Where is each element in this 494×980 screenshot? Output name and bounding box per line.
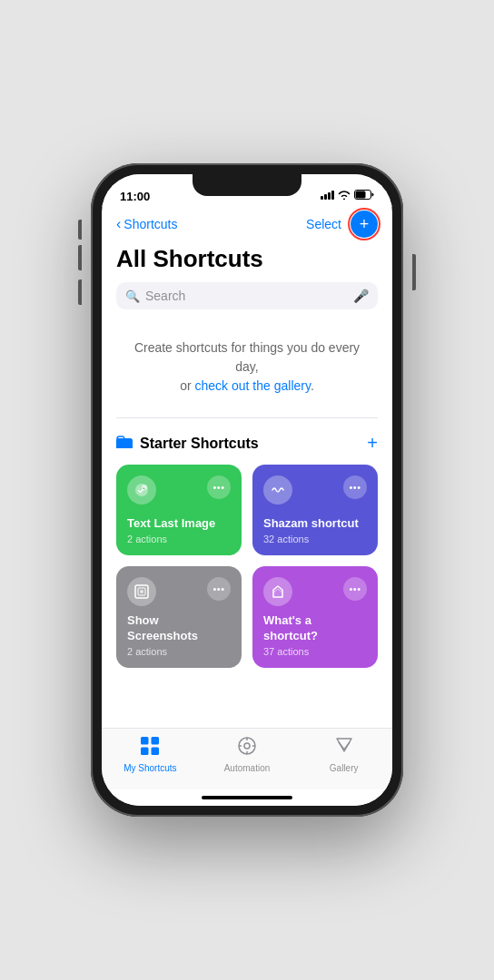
status-icons bbox=[321, 187, 374, 203]
signal-icon bbox=[321, 191, 334, 200]
shortcuts-grid: + ••• Text Last Image 2 actions bbox=[102, 465, 392, 686]
card-icon-whats-shortcut bbox=[263, 577, 292, 606]
tab-bar: My Shortcuts Automation bbox=[102, 728, 392, 789]
card-top: + ••• bbox=[127, 475, 231, 505]
card-top: ••• bbox=[263, 475, 367, 505]
status-time: 11:00 bbox=[120, 190, 150, 203]
card-bottom: Show Screenshots 2 actions bbox=[127, 613, 231, 657]
card-title-whats-shortcut: What's a shortcut? bbox=[263, 613, 367, 644]
tab-label-gallery: Gallery bbox=[330, 763, 359, 773]
select-button[interactable]: Select bbox=[306, 217, 341, 231]
shortcut-card-whats-shortcut[interactable]: ••• What's a shortcut? 37 actions bbox=[252, 566, 378, 668]
nav-actions: Select + bbox=[306, 211, 378, 238]
power-button bbox=[412, 254, 416, 290]
back-button[interactable]: ‹ Shortcuts bbox=[116, 217, 177, 232]
card-top: ••• bbox=[127, 577, 231, 606]
tab-my-shortcuts[interactable]: My Shortcuts bbox=[102, 736, 199, 773]
phone-screen: 11:00 bbox=[102, 174, 392, 806]
content-area: ‹ Shortcuts Select + All Shortcuts 🔍 Sea… bbox=[102, 207, 392, 728]
phone-frame: 11:00 bbox=[91, 163, 403, 817]
notch bbox=[193, 174, 301, 196]
section-divider bbox=[116, 417, 378, 418]
svg-point-15 bbox=[244, 743, 250, 749]
empty-state: Create shortcuts for things you do every… bbox=[102, 324, 392, 417]
tab-icon-gallery bbox=[334, 736, 354, 760]
card-title-shazam: Shazam shortcut bbox=[263, 516, 367, 532]
search-input[interactable]: Search bbox=[145, 289, 348, 303]
card-icon-screenshots bbox=[127, 577, 156, 606]
card-bottom: Shazam shortcut 32 actions bbox=[263, 516, 367, 544]
tab-gallery[interactable]: Gallery bbox=[295, 736, 392, 773]
empty-state-link-prefix: or bbox=[180, 378, 194, 393]
tab-icon-my-shortcuts bbox=[140, 736, 160, 760]
card-title-screenshots: Show Screenshots bbox=[127, 613, 231, 644]
card-subtitle-text-last-image: 2 actions bbox=[127, 534, 231, 544]
card-title-text-last-image: Text Last Image bbox=[127, 516, 231, 532]
svg-rect-12 bbox=[141, 748, 149, 756]
search-icon: 🔍 bbox=[125, 289, 140, 303]
folder-icon bbox=[116, 436, 133, 452]
shortcut-card-screenshots[interactable]: ••• Show Screenshots 2 actions bbox=[116, 566, 242, 668]
starter-section-title: Starter Shortcuts bbox=[140, 436, 259, 452]
home-bar bbox=[202, 796, 292, 799]
silent-switch bbox=[78, 220, 82, 240]
gallery-link[interactable]: check out the gallery bbox=[195, 378, 311, 393]
card-more-screenshots[interactable]: ••• bbox=[207, 577, 231, 601]
svg-rect-10 bbox=[141, 737, 149, 745]
tab-icon-automation bbox=[237, 736, 257, 760]
page-title: All Shortcuts bbox=[102, 245, 392, 282]
empty-state-link-suffix: . bbox=[311, 378, 314, 393]
wifi-icon bbox=[338, 187, 351, 203]
svg-rect-3 bbox=[116, 438, 124, 442]
shortcut-card-text-last-image[interactable]: + ••• Text Last Image 2 actions bbox=[116, 465, 242, 555]
add-shortcut-button[interactable]: + bbox=[351, 211, 378, 238]
card-more-text-last-image[interactable]: ••• bbox=[207, 475, 231, 499]
search-bar[interactable]: 🔍 Search 🎤 bbox=[116, 282, 378, 309]
tab-label-my-shortcuts: My Shortcuts bbox=[124, 763, 176, 773]
card-subtitle-whats-shortcut: 37 actions bbox=[263, 646, 367, 657]
empty-state-text: Create shortcuts for things you do every… bbox=[134, 340, 360, 374]
card-icon-text-last-image: + bbox=[127, 475, 156, 505]
starter-add-button[interactable]: + bbox=[367, 433, 378, 454]
tab-label-automation: Automation bbox=[224, 763, 271, 773]
tab-automation[interactable]: Automation bbox=[199, 736, 296, 773]
svg-rect-1 bbox=[356, 191, 366, 199]
svg-text:+: + bbox=[143, 486, 145, 490]
card-subtitle-screenshots: 2 actions bbox=[127, 646, 231, 657]
shortcut-card-shazam[interactable]: ••• Shazam shortcut 32 actions bbox=[252, 465, 378, 555]
card-more-shazam[interactable]: ••• bbox=[343, 475, 367, 499]
back-label: Shortcuts bbox=[124, 217, 177, 231]
starter-section-header: Starter Shortcuts + bbox=[102, 433, 392, 465]
microphone-icon: 🎤 bbox=[353, 289, 369, 303]
card-top: ••• bbox=[263, 577, 367, 606]
card-subtitle-shazam: 32 actions bbox=[263, 534, 367, 544]
card-more-whats-shortcut[interactable]: ••• bbox=[343, 577, 367, 601]
volume-up-button bbox=[78, 245, 82, 270]
card-icon-shazam bbox=[263, 475, 292, 505]
svg-rect-11 bbox=[152, 737, 160, 745]
svg-rect-13 bbox=[152, 748, 160, 756]
add-icon: + bbox=[360, 216, 370, 232]
back-chevron-icon: ‹ bbox=[116, 216, 121, 232]
svg-point-9 bbox=[140, 590, 143, 593]
battery-icon bbox=[354, 187, 374, 203]
card-bottom: Text Last Image 2 actions bbox=[127, 516, 231, 544]
nav-header: ‹ Shortcuts Select + bbox=[102, 207, 392, 245]
volume-down-button bbox=[78, 279, 82, 305]
section-title-wrap: Starter Shortcuts bbox=[116, 436, 259, 452]
card-bottom: What's a shortcut? 37 actions bbox=[263, 613, 367, 657]
home-indicator bbox=[102, 789, 392, 806]
